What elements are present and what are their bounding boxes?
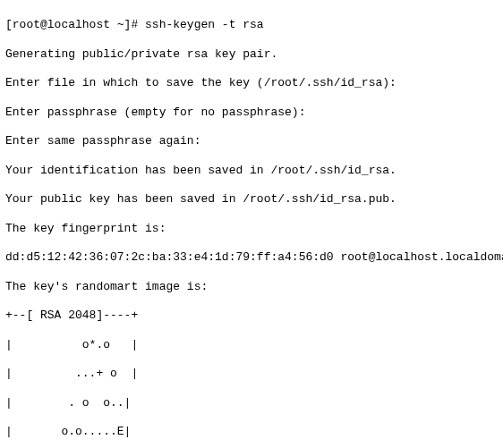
output-fingerprint: dd:d5:12:42:36:07:2c:ba:33:e4:1d:79:ff:a… xyxy=(5,250,503,264)
output-generating: Generating public/private rsa key pair. xyxy=(5,47,277,61)
randomart-row: | ...+ o | xyxy=(5,367,138,380)
randomart-row: | . o o..| xyxy=(5,396,131,410)
output-fingerprint-label: The key fingerprint is: xyxy=(5,222,166,235)
randomart-row: +--[ RSA 2048]----+ xyxy=(5,309,138,322)
prompt-line-1: [root@localhost ~]# ssh-keygen -t rsa xyxy=(5,18,264,31)
output-id-saved: Your identification has been saved in /r… xyxy=(5,164,396,177)
output-enter-file: Enter file in which to save the key (/ro… xyxy=(5,76,396,89)
randomart-row: | o.o.....E| xyxy=(5,425,131,438)
output-pub-saved: Your public key has been saved in /root/… xyxy=(5,192,396,206)
randomart-row: | o*.o | xyxy=(5,338,138,351)
output-randomart-label: The key's randomart image is: xyxy=(5,280,208,293)
output-enter-passphrase-again: Enter same passphrase again: xyxy=(5,134,200,148)
output-enter-passphrase: Enter passphrase (empty for no passphras… xyxy=(5,106,305,119)
